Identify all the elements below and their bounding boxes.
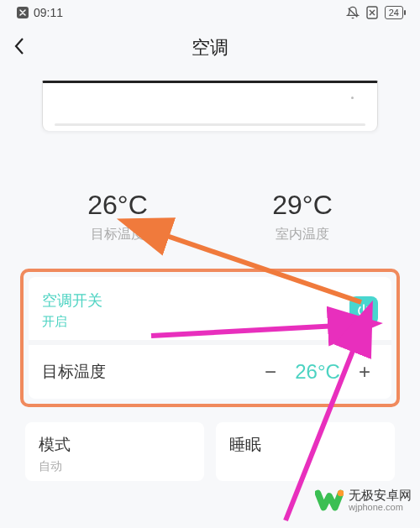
target-temp-row: 目标温度 − 26°C + [29,345,391,399]
target-row-label: 目标温度 [42,361,257,383]
page-title: 空调 [13,35,407,60]
room-temp-value: 29°C [210,190,395,221]
watermark-url: wjphone.com [349,502,412,512]
watermark-logo-icon [315,486,344,515]
status-time: 09:11 [34,6,63,19]
power-icon [356,303,371,318]
annotation-highlight-box: 空调开关 开启 目标温度 − 26°C + [20,269,400,407]
target-temp-value: 26°C [25,190,210,221]
battery-indicator: 24 [385,6,403,19]
decrease-temp-button[interactable]: − [257,360,284,384]
room-temp-readout: 29°C 室内温度 [210,190,395,243]
power-switch-row: 空调开关 开启 [29,277,391,340]
sleep-card[interactable]: 睡眠 [216,422,395,481]
switch-status: 开启 [42,314,349,330]
target-temp-readout: 26°C 目标温度 [25,190,210,243]
mode-card[interactable]: 模式 自动 [25,422,204,481]
watermark-title: 无极安卓网 [349,489,412,503]
target-temp-label: 目标温度 [25,226,210,243]
status-bar: 09:11 24 [0,0,420,25]
dnd-icon [346,6,360,19]
bottom-cards: 模式 自动 睡眠 [25,422,395,481]
control-card: 空调开关 开启 目标温度 − 26°C + [29,277,391,399]
target-row-value: 26°C [284,360,351,384]
temperature-readouts: 26°C 目标温度 29°C 室内温度 [25,190,395,243]
mode-title: 模式 [39,434,191,456]
switch-title: 空调开关 [42,290,349,311]
ac-unit-image [42,81,378,131]
page-header: 空调 [0,25,420,71]
increase-temp-button[interactable]: + [351,360,378,384]
sleep-title: 睡眠 [229,434,381,456]
mode-value: 自动 [39,459,191,474]
notification-close-icon [17,7,29,18]
room-temp-label: 室内温度 [210,226,395,243]
power-button[interactable] [349,296,378,325]
sim-missing-icon [366,6,378,19]
watermark: 无极安卓网 wjphone.com [315,486,412,515]
svg-point-6 [338,490,344,497]
